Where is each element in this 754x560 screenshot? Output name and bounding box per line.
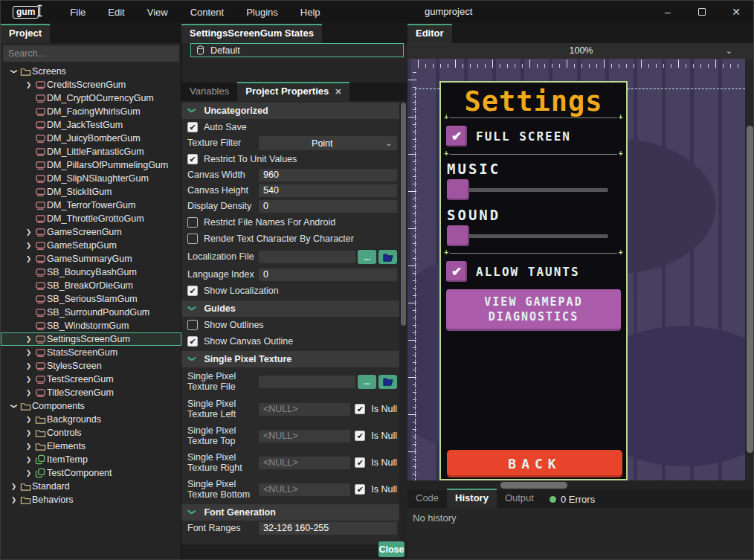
tree-item-DM_JuicyBomberGum[interactable]: ❯DM_JuicyBomberGum [1, 132, 181, 145]
chevron-collapsed-icon[interactable]: ❯ [24, 416, 33, 423]
chevron-expanded-icon[interactable]: ❯ [10, 67, 18, 77]
checkbox[interactable] [187, 217, 198, 228]
tree-item-TestScreenGum[interactable]: ❯TestScreenGum [1, 373, 181, 386]
chevron-expanded-icon[interactable]: ❯ [10, 402, 18, 411]
close-icon[interactable]: ✕ [719, 1, 753, 23]
tree-item-CreditsScreenGum[interactable]: ❯CreditsScreenGum [1, 78, 181, 91]
checkbox[interactable]: ✔ [187, 286, 198, 296]
menu-help[interactable]: Help [291, 3, 329, 22]
tree-item-DM_CryptOCurrencyGum[interactable]: ❯DM_CryptOCurrencyGum [1, 91, 181, 105]
chevron-collapsed-icon[interactable]: ❯ [24, 376, 33, 383]
taunts-checkbox-row[interactable]: ✔ ALLOW TAUNTS [446, 261, 626, 282]
tree-item-DM_PillarsOfPummelingGum[interactable]: ❯DM_PillarsOfPummelingGum [1, 158, 181, 172]
zoom-dropdown[interactable]: 100% ⌄ [407, 43, 754, 59]
close-button[interactable]: Close [378, 541, 405, 557]
checkbox[interactable]: ✔ [187, 336, 198, 347]
props-scrollbar[interactable] [399, 101, 407, 541]
slider-sound[interactable] [447, 225, 619, 247]
back-button[interactable]: BACK [447, 450, 622, 477]
tree-item-SB_SurroundPoundGum[interactable]: ❯SB_SurroundPoundGum [1, 306, 181, 319]
editor-vscroll-thumb[interactable] [747, 126, 753, 453]
editor-hscroll-thumb[interactable] [500, 482, 567, 489]
section-header-uncategorized[interactable]: ❯Uncategorized [181, 103, 399, 119]
search-input[interactable] [3, 45, 179, 62]
tree-item-Behaviors[interactable]: ❯Behaviors [1, 493, 181, 506]
browse-button[interactable]: ... [358, 250, 376, 264]
tree-item-DM_TerrorTowerGum[interactable]: ❯DM_TerrorTowerGum [1, 199, 181, 212]
taunts-checkbox[interactable]: ✔ [446, 261, 467, 282]
chevron-collapsed-icon[interactable]: ❯ [24, 349, 33, 356]
tree-item-SB_SeriousSlamGum[interactable]: ❯SB_SeriousSlamGum [1, 292, 181, 306]
maximize-icon[interactable] [685, 1, 719, 23]
slider-track[interactable] [448, 234, 608, 238]
nullable-field-single-pixel-texture-bottom[interactable]: <NULL> [259, 483, 350, 496]
chevron-collapsed-icon[interactable]: ❯ [24, 228, 33, 236]
slider-handle[interactable] [447, 225, 469, 246]
chevron-collapsed-icon[interactable]: ❯ [24, 469, 33, 477]
chevron-collapsed-icon[interactable]: ❯ [24, 242, 33, 249]
fullscreen-checkbox-row[interactable]: ✔ FULL SCREEN [446, 126, 626, 147]
tab-project-properties[interactable]: Project Properties✕ [237, 82, 349, 101]
minimize-icon[interactable]: – [651, 1, 685, 23]
chevron-collapsed-icon[interactable]: ❯ [24, 442, 33, 450]
tree-item-SB_WindstormGum[interactable]: ❯SB_WindstormGum [1, 319, 181, 332]
open-folder-button[interactable] [378, 250, 397, 264]
tree-item-StatsScreenGum[interactable]: ❯StatsScreenGum [1, 346, 181, 359]
chevron-collapsed-icon[interactable]: ❯ [24, 81, 33, 88]
tree-item-ItemTemp[interactable]: ❯ItemTemp [1, 453, 181, 466]
tree-item-Standard[interactable]: ❯Standard [1, 480, 181, 493]
tab-editor[interactable]: Editor [407, 24, 452, 43]
menu-view[interactable]: View [138, 3, 177, 22]
tree-item-Screens[interactable]: ❯Screens [1, 65, 181, 78]
is-null-checkbox[interactable]: ✔ [355, 431, 365, 441]
tab-states[interactable]: SettingsScreenGum States [181, 24, 322, 43]
tab-history[interactable]: History [447, 489, 497, 508]
close-tab-icon[interactable]: ✕ [335, 87, 341, 96]
tree-item-GameScreenGum[interactable]: ❯GameScreenGum [1, 225, 181, 239]
slider-track[interactable] [448, 188, 608, 192]
chevron-collapsed-icon[interactable]: ❯ [24, 429, 33, 437]
tab-output[interactable]: Output [497, 489, 542, 508]
menu-content[interactable]: Content [181, 3, 233, 22]
menu-plugins[interactable]: Plugins [237, 3, 287, 22]
text-field-canvas-width[interactable]: 960 [259, 169, 397, 181]
is-null-checkbox[interactable]: ✔ [355, 404, 365, 414]
chevron-collapsed-icon[interactable]: ❯ [24, 456, 33, 463]
tree-item-DM_LittleFantasticGum[interactable]: ❯DM_LittleFantasticGum [1, 145, 181, 158]
dropdown-texture-filter[interactable]: Point⌄ [259, 136, 397, 150]
checkbox[interactable]: ✔ [187, 154, 198, 164]
menu-edit[interactable]: Edit [99, 3, 133, 22]
section-header-single-pixel-texture[interactable]: ❯Single Pixel Texture [181, 351, 399, 367]
tree-item-SB_BreakOrDieGum[interactable]: ❯SB_BreakOrDieGum [1, 279, 181, 292]
tab-project[interactable]: Project [1, 24, 50, 43]
chevron-collapsed-icon[interactable]: ❯ [9, 496, 19, 503]
tree-item-StylesScreen[interactable]: ❯StylesScreen [1, 359, 181, 373]
tab-variables[interactable]: Variables [181, 82, 237, 101]
browse-button[interactable]: ... [358, 375, 376, 389]
tab-code[interactable]: Code [407, 489, 447, 508]
slider-music[interactable] [447, 178, 619, 201]
slider-handle[interactable] [447, 179, 469, 200]
text-field-font-ranges[interactable]: 32-126 160-255 [259, 522, 397, 535]
checkbox[interactable] [187, 234, 198, 244]
tree-item-DM_StickItGum[interactable]: ❯DM_StickItGum [1, 185, 181, 199]
chevron-collapsed-icon[interactable]: ❯ [24, 255, 33, 263]
view-gamepad-diagnostics-button[interactable]: VIEW GAMEPAD DIAGNOSTICS [446, 289, 621, 331]
chevron-collapsed-icon[interactable]: ❯ [24, 335, 33, 343]
open-folder-button[interactable] [378, 375, 397, 389]
tree-item-SB_BouncyBashGum[interactable]: ❯SB_BouncyBashGum [1, 265, 181, 279]
chevron-collapsed-icon[interactable]: ❯ [24, 389, 33, 396]
nullable-field-single-pixel-texture-top[interactable]: <NULL> [259, 430, 350, 442]
tree-item-Backgrounds[interactable]: ❯Backgrounds [1, 413, 181, 426]
nullable-field-single-pixel-texture-right[interactable]: <NULL> [259, 457, 350, 469]
section-header-guides[interactable]: ❯Guides [181, 300, 399, 317]
props-scrollbar-thumb[interactable] [401, 103, 406, 326]
tree-item-TitleScreenGum[interactable]: ❯TitleScreenGum [1, 386, 181, 399]
chevron-collapsed-icon[interactable]: ❯ [24, 362, 33, 370]
editor-vertical-scrollbar[interactable] [745, 59, 754, 480]
tree-item-SettingsScreenGum[interactable]: ❯SettingsScreenGum [1, 332, 181, 346]
section-header-font-generation[interactable]: ❯Font Generation [181, 504, 399, 521]
text-field-language-index[interactable]: 0 [259, 268, 397, 281]
file-field-single-pixel-texture-file[interactable] [259, 376, 355, 388]
tree-item-DM_JackTestGum[interactable]: ❯DM_JackTestGum [1, 118, 181, 132]
